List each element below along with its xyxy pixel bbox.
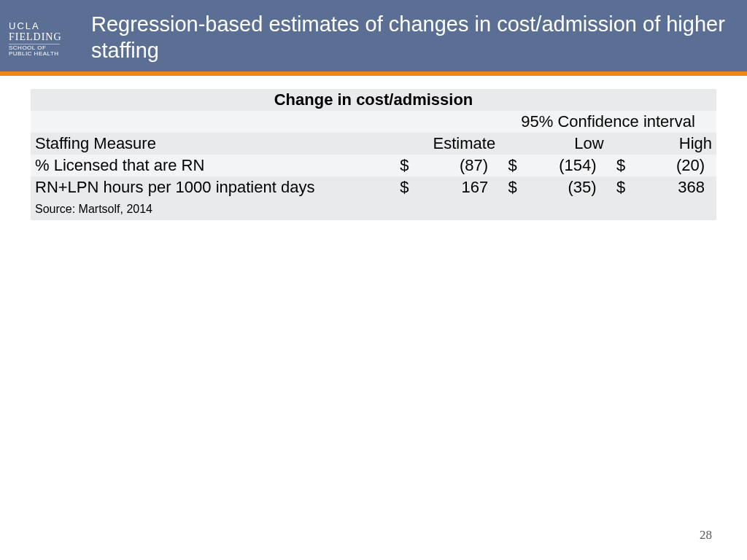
source-row: Source: Martsolf, 2014: [31, 198, 716, 220]
logo-line-2: FIELDING: [9, 31, 60, 44]
page-number: 28: [700, 528, 712, 542]
slide-title: Regression-based estimates of changes in…: [66, 8, 747, 64]
measure-cell: RN+LPN hours per 1000 inpatient days: [31, 176, 392, 198]
estimate-cell: 167: [417, 176, 500, 198]
measure-cell: % Licensed that are RN: [31, 155, 392, 176]
col-low: Low: [500, 133, 608, 155]
table-row: % Licensed that are RN $ (87) $ (154) $ …: [31, 155, 716, 176]
currency-symbol: $: [500, 176, 525, 198]
ci-header-row: 95% Confidence interval: [31, 111, 716, 133]
column-header-row: Staffing Measure Estimate Low High: [31, 133, 716, 155]
table-row: RN+LPN hours per 1000 inpatient days $ 1…: [31, 176, 716, 198]
currency-symbol: $: [608, 176, 634, 198]
ucla-fielding-logo: UCLA FIELDING SCHOOL OF PUBLIC HEALTH: [0, 14, 66, 58]
table-title: Change in cost/admission: [31, 89, 716, 111]
currency-symbol: $: [608, 155, 634, 176]
col-high: High: [608, 133, 716, 155]
slide-header: UCLA FIELDING SCHOOL OF PUBLIC HEALTH Re…: [0, 0, 747, 71]
low-cell: (35): [525, 176, 608, 198]
slide-content: Change in cost/admission 95% Confidence …: [0, 76, 747, 220]
col-measure: Staffing Measure: [31, 133, 392, 155]
high-cell: (20): [634, 155, 716, 176]
cost-admission-table: Change in cost/admission 95% Confidence …: [31, 89, 716, 220]
estimate-cell: (87): [417, 155, 500, 176]
logo-line-4: PUBLIC HEALTH: [9, 51, 60, 58]
currency-symbol: $: [500, 155, 525, 176]
logo-line-1: UCLA: [9, 21, 60, 31]
col-estimate: Estimate: [392, 133, 500, 155]
currency-symbol: $: [392, 155, 417, 176]
ci-header: 95% Confidence interval: [500, 111, 716, 133]
high-cell: 368: [634, 176, 716, 198]
low-cell: (154): [525, 155, 608, 176]
currency-symbol: $: [392, 176, 417, 198]
source-cell: Source: Martsolf, 2014: [31, 198, 392, 220]
table-title-row: Change in cost/admission: [31, 89, 716, 111]
